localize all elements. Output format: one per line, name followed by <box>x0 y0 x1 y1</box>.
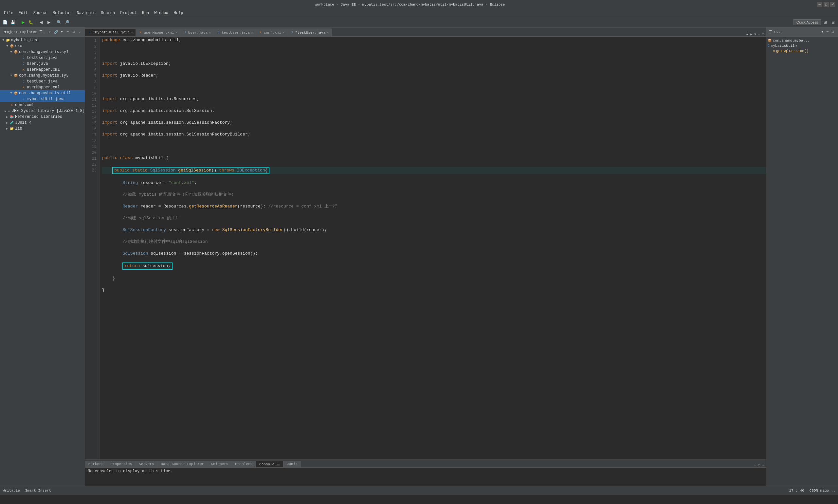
java-icon-mybatisutil: J <box>21 96 26 102</box>
tree-item-usermapper-sy1[interactable]: ▶ X userMapper.xml <box>0 67 85 73</box>
code-line-20: return sqlsession; <box>102 263 766 270</box>
tab-label-user: User.java <box>188 31 208 35</box>
tab-close-testuser[interactable]: ✕ <box>251 31 253 35</box>
minimize-button[interactable]: ─ <box>817 2 822 7</box>
src-icon: 📦 <box>9 43 14 49</box>
menu-search[interactable]: Search <box>98 10 118 16</box>
tree-item-reflibs[interactable]: ▶ 📚 Referenced Libraries <box>0 114 85 120</box>
tree-item-mybatis-test[interactable]: ▼ 📁 mybatis_test <box>0 37 85 43</box>
tab-user[interactable]: J User.java ✕ <box>180 29 214 36</box>
close-button[interactable]: ✕ <box>830 2 835 7</box>
tab-servers[interactable]: Servers <box>136 461 158 467</box>
tree-item-pkg-util[interactable]: ▼ 📦 com.zhang.mybatis.util <box>0 90 85 96</box>
collapse-all-button[interactable]: ⊟ <box>48 30 53 35</box>
tab-close-mybatisutil[interactable]: ✕ <box>131 31 133 34</box>
tree-item-mybatisutil[interactable]: ▶ J mybatisUtil.java <box>0 96 85 102</box>
tab-list-button[interactable]: ▼ <box>753 33 757 36</box>
tab-scroll-right-button[interactable]: ▶ <box>750 32 753 36</box>
console-no-consoles-text: No consoles to display at this time. <box>88 469 173 473</box>
tab-properties[interactable]: Properties <box>107 461 136 467</box>
save-button[interactable]: 💾 <box>9 19 16 26</box>
maximize-button[interactable]: □ <box>824 2 829 7</box>
zoom-in-button[interactable]: 🔍 <box>55 19 63 26</box>
menu-window[interactable]: Window <box>151 10 171 16</box>
tab-markers[interactable]: Markers <box>85 461 107 467</box>
outline-menu-button[interactable]: ▼ <box>820 30 825 35</box>
tab-testuser2[interactable]: J *testUser.java ✕ <box>287 29 332 36</box>
jre-icon: ☕ <box>7 108 11 113</box>
menu-help[interactable]: Help <box>171 10 186 16</box>
tab-icon-usermapper: X <box>139 31 142 35</box>
tab-close-usermapper[interactable]: ✕ <box>176 31 177 35</box>
bottom-panel-maximize-button[interactable]: □ <box>757 464 761 467</box>
tree-item-src[interactable]: ▼ 📦 src <box>0 43 85 49</box>
forward-button[interactable]: ▶ <box>45 19 52 26</box>
outline-maximize-button[interactable]: □ <box>830 30 835 35</box>
java-icon-testuser-sy3: J <box>21 79 26 84</box>
outline-minimize-button[interactable]: ─ <box>825 30 830 35</box>
menu-file[interactable]: File <box>1 10 16 16</box>
code-content[interactable]: package com.zhang.mybatis.util; import j… <box>100 37 766 460</box>
menu-bar: File Edit Source Refactor Navigate Searc… <box>0 9 838 17</box>
tab-testuser[interactable]: J testUser.java ✕ <box>214 29 256 36</box>
tab-junit[interactable]: JUnit <box>284 461 301 467</box>
editor-tabs: J *mybatisUtil.java ✕ X userMapper.xml ✕… <box>85 28 766 37</box>
menu-refactor[interactable]: Refactor <box>50 10 74 16</box>
tab-problems[interactable]: Problems <box>232 461 256 467</box>
menu-project[interactable]: Project <box>118 10 139 16</box>
tab-scroll-left-button[interactable]: ◀ <box>746 32 749 36</box>
panel-minimize-button[interactable]: ─ <box>65 30 70 35</box>
tab-mybatisutil[interactable]: J *mybatisUtil.java ✕ <box>85 29 136 36</box>
code-line-23 <box>102 299 766 305</box>
tree-item-jre[interactable]: ▶ ☕ JRE System Library [JavaSE-1.8] <box>0 108 85 114</box>
run-button[interactable]: ▶ <box>19 19 26 26</box>
menu-navigate[interactable]: Navigate <box>74 10 98 16</box>
outline-item-mybatisutil[interactable]: C mybatisUtil ▼ <box>768 43 837 49</box>
menu-source[interactable]: Source <box>31 10 50 16</box>
tree-item-testuser-sy3[interactable]: ▶ J testUser.java <box>0 78 85 85</box>
tab-datasource[interactable]: Data Source Explorer <box>158 461 208 467</box>
panel-menu-button[interactable]: ▼ <box>59 30 65 35</box>
tree-item-usermapper-sy3[interactable]: ▶ X userMapper.xml <box>0 85 85 90</box>
tab-close-user[interactable]: ✕ <box>209 31 211 35</box>
tree-item-pkg-sy3[interactable]: ▼ 📦 com.zhang.mybatis.sy3 <box>0 73 85 78</box>
tree-item-junit4[interactable]: ▶ 🧪 JUnit 4 <box>0 120 85 126</box>
link-editor-button[interactable]: 🔗 <box>53 30 58 35</box>
tab-console[interactable]: Console ☰ <box>256 461 284 467</box>
panel-maximize-button[interactable]: □ <box>71 30 76 35</box>
menu-edit[interactable]: Edit <box>16 10 31 16</box>
search-button[interactable]: 🔎 <box>63 19 70 26</box>
tab-usermapper[interactable]: X userMapper.xml ✕ <box>136 29 180 36</box>
perspective-button[interactable]: ⊞ <box>822 19 829 26</box>
tree-item-conf-xml[interactable]: ▶ X conf.xml <box>0 102 85 108</box>
quick-access-button[interactable]: Quick Access <box>794 19 821 25</box>
status-cursor-position: 17 : 40 <box>789 489 804 492</box>
tree-label-reflibs: Referenced Libraries <box>15 114 62 119</box>
bottom-panel-close-button[interactable]: ✕ <box>762 464 765 467</box>
tree-item-lib[interactable]: ▶ 📁 lib <box>0 126 85 131</box>
editor-minimize-button[interactable]: ─ <box>757 33 761 36</box>
tab-close-testuser2[interactable]: ✕ <box>327 31 329 35</box>
back-button[interactable]: ◀ <box>37 19 44 26</box>
tree-item-user-sy1[interactable]: ▶ J User.java <box>0 61 85 67</box>
outline-item-package[interactable]: 📦 com.zhang.myba... <box>768 38 837 43</box>
menu-run[interactable]: Run <box>140 10 152 16</box>
tree-item-pkg-sy1[interactable]: ▼ 📦 com.zhang.mybatis.sy1 <box>0 49 85 55</box>
status-smart-insert: Smart Insert <box>25 489 51 492</box>
tab-conf[interactable]: X conf.xml ✕ <box>256 29 287 36</box>
code-editor[interactable]: 1234567891011121314151617181920212223 pa… <box>85 37 766 460</box>
editor-maximize-button[interactable]: □ <box>762 33 765 36</box>
tab-snippets[interactable]: Snippets <box>208 461 232 467</box>
new-button[interactable]: 📄 <box>1 19 8 26</box>
tree-item-testuser-sy1[interactable]: ▶ J testUser.java <box>0 55 85 61</box>
panel-close-button[interactable]: ✕ <box>77 30 82 35</box>
tree-label-jre: JRE System Library [JavaSE-1.8] <box>12 109 85 113</box>
tab-close-conf[interactable]: ✕ <box>283 31 284 35</box>
debug-button[interactable]: 🐛 <box>27 19 34 26</box>
layout-button[interactable]: ⊟ <box>830 19 837 26</box>
code-line-4: import java.io.Reader; <box>102 73 766 78</box>
code-line-3: import java.io.IOException; <box>102 61 766 67</box>
bottom-panel-minimize-button[interactable]: ─ <box>753 464 757 467</box>
tree-arrow-sy3: ▼ <box>9 74 13 77</box>
outline-item-getsqlsession[interactable]: m getSqlSession() <box>768 49 837 54</box>
